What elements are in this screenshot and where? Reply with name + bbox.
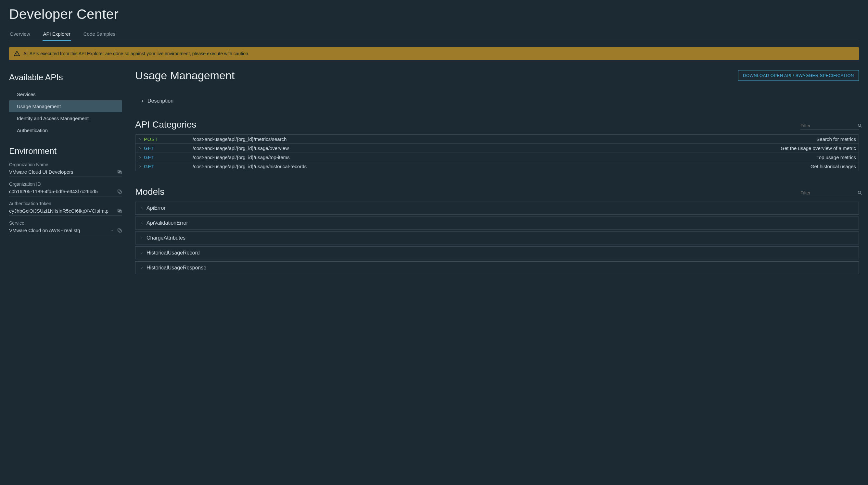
endpoint-row[interactable]: GET/cost-and-usage/api/{org_id}/usage/to… [135, 153, 859, 162]
page-title: Developer Center [9, 6, 859, 22]
api-categories-heading: API Categories [135, 120, 196, 130]
chevron-down-icon [111, 229, 114, 232]
org-id-input[interactable] [9, 189, 114, 194]
models-heading: Models [135, 187, 164, 197]
categories-filter[interactable] [800, 123, 859, 130]
api-title: Usage Management [135, 69, 235, 82]
svg-line-11 [861, 126, 862, 127]
endpoint-path: /cost-and-usage/api/{org_id}/metrics/sea… [193, 136, 816, 142]
endpoint-path: /cost-and-usage/api/{org_id}/usage/top-i… [193, 155, 816, 160]
auth-token-label: Authentication Token [9, 201, 122, 206]
endpoint-method: GET [144, 146, 193, 151]
chevron-right-icon [140, 251, 144, 255]
chevron-right-icon [138, 137, 144, 141]
sidebar-item-usage-management[interactable]: Usage Management [9, 100, 122, 112]
service-value: VMware Cloud on AWS - real stg [9, 228, 80, 233]
search-icon [857, 123, 863, 128]
endpoint-method: GET [144, 164, 193, 169]
endpoint-path: /cost-and-usage/api/{org_id}/usage/overv… [193, 146, 781, 151]
model-name: ApiValidationError [147, 220, 188, 226]
warning-text: All APIs executed from this API Explorer… [23, 51, 249, 56]
models-list: ApiErrorApiValidationErrorChargeAttribut… [135, 202, 859, 274]
endpoint-row[interactable]: POST/cost-and-usage/api/{org_id}/metrics… [135, 135, 859, 144]
endpoint-path: /cost-and-usage/api/{org_id}/usage/histo… [193, 164, 810, 169]
svg-point-12 [858, 191, 861, 194]
endpoint-row[interactable]: GET/cost-and-usage/api/{org_id}/usage/ov… [135, 144, 859, 153]
sidebar-item-authentication[interactable]: Authentication [9, 124, 122, 136]
org-id-label: Organization ID [9, 182, 122, 187]
description-label: Description [148, 98, 174, 104]
chevron-right-icon [140, 206, 144, 210]
model-row[interactable]: HistoricalUsageRecord [135, 247, 859, 259]
service-select[interactable]: VMware Cloud on AWS - real stg [9, 228, 114, 233]
endpoint-method: POST [144, 136, 193, 142]
svg-point-10 [858, 124, 861, 127]
download-spec-button[interactable]: DOWNLOAD OPEN API / SWAGGER SPECIFICATIO… [738, 70, 859, 81]
endpoints-table: POST/cost-and-usage/api/{org_id}/metrics… [135, 134, 859, 171]
endpoint-summary: Get the usage overview of a metric [781, 146, 856, 151]
chevron-right-icon [138, 165, 144, 168]
warning-banner: All APIs executed from this API Explorer… [9, 47, 859, 60]
copy-icon[interactable] [117, 189, 122, 194]
model-name: HistoricalUsageResponse [147, 265, 206, 271]
endpoint-row[interactable]: GET/cost-and-usage/api/{org_id}/usage/hi… [135, 162, 859, 171]
service-label: Service [9, 220, 122, 226]
chevron-right-icon [138, 156, 144, 159]
available-apis-heading: Available APIs [9, 72, 122, 83]
endpoint-summary: Top usage metrics [816, 155, 856, 160]
org-name-label: Organization Name [9, 162, 122, 167]
model-row[interactable]: ApiValidationError [135, 217, 859, 229]
chevron-right-icon [140, 221, 144, 225]
sidebar-item-iam[interactable]: Identity and Access Management [9, 112, 122, 124]
categories-filter-input[interactable] [800, 123, 857, 128]
chevron-right-icon [140, 266, 144, 270]
copy-icon[interactable] [117, 208, 122, 214]
chevron-right-icon [140, 236, 144, 240]
model-row[interactable]: ApiError [135, 202, 859, 215]
api-list: Services Usage Management Identity and A… [9, 88, 122, 136]
copy-icon[interactable] [117, 169, 122, 175]
tabs-bar: Overview API Explorer Code Samples [9, 28, 859, 41]
endpoint-method: GET [144, 155, 193, 160]
tab-api-explorer[interactable]: API Explorer [42, 28, 71, 41]
endpoint-summary: Search for metrics [816, 136, 856, 142]
search-icon [857, 190, 863, 195]
org-name-input[interactable] [9, 169, 114, 175]
models-filter-input[interactable] [800, 190, 857, 195]
tab-code-samples[interactable]: Code Samples [83, 28, 116, 41]
warning-icon [13, 50, 20, 57]
svg-line-13 [861, 193, 862, 194]
model-name: HistoricalUsageRecord [147, 250, 200, 256]
auth-token-input[interactable] [9, 208, 114, 214]
description-toggle[interactable]: Description [140, 98, 859, 104]
sidebar-item-services[interactable]: Services [9, 88, 122, 100]
tab-overview[interactable]: Overview [9, 28, 31, 41]
model-row[interactable]: ChargeAttributes [135, 231, 859, 245]
model-row[interactable]: HistoricalUsageResponse [135, 261, 859, 274]
chevron-right-icon [138, 147, 144, 150]
svg-point-1 [17, 55, 17, 55]
endpoint-summary: Get historical usages [810, 164, 856, 169]
copy-icon[interactable] [117, 228, 122, 233]
chevron-right-icon [140, 99, 145, 103]
model-name: ApiError [147, 205, 166, 211]
model-name: ChargeAttributes [147, 235, 185, 241]
models-filter[interactable] [800, 190, 859, 197]
environment-heading: Environment [9, 146, 122, 156]
